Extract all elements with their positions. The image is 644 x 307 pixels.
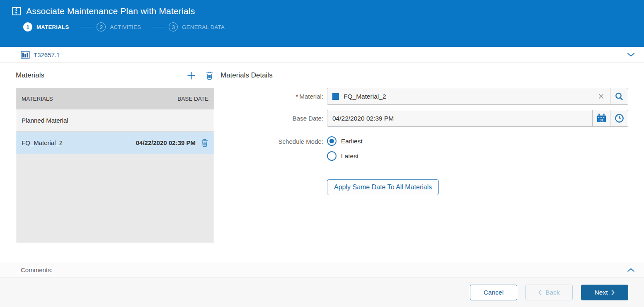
step-connector — [79, 27, 94, 27]
comments-section-toggle[interactable]: Comments: — [0, 262, 644, 278]
main-content: Materials — [0, 63, 644, 262]
calendar-icon[interactable]: 31 — [592, 110, 610, 126]
radio-latest-label[interactable]: Latest — [341, 152, 358, 160]
step-1-circle: 1 — [23, 22, 32, 31]
row-trash-icon[interactable] — [201, 139, 208, 147]
column-header-base-date: BASE DATE — [177, 96, 208, 102]
apply-same-date-button[interactable]: Apply Same Date To All Materials — [327, 179, 439, 195]
table-row-fq-material-2[interactable]: FQ_Material_2 04/22/2020 02:39 PM — [16, 132, 214, 154]
object-id-link[interactable]: T32657.1 — [34, 51, 60, 58]
wizard-footer: Cancel Back Next — [0, 278, 644, 307]
step-2-circle: 2 — [97, 22, 106, 31]
chevron-right-icon — [611, 290, 615, 295]
base-date-input[interactable]: 04/22/2020 02:39 PM 31 — [327, 110, 628, 127]
radio-earliest-label[interactable]: Earliest — [341, 138, 363, 145]
chevron-left-icon — [538, 290, 542, 295]
material-input[interactable]: FQ_Material_2 — [327, 88, 628, 105]
next-button[interactable]: Next — [581, 285, 628, 300]
add-material-button[interactable] — [187, 71, 196, 80]
required-marker: * — [296, 93, 298, 100]
materials-table: MATERIALS BASE DATE Planned Material FQ_… — [16, 88, 214, 243]
back-button: Back — [525, 285, 573, 300]
step-3-label: GENERAL DATA — [182, 24, 225, 30]
materials-table-header: MATERIALS BASE DATE — [16, 88, 214, 109]
radio-earliest[interactable]: Earliest — [327, 136, 628, 146]
materials-details-panel: Materials Details *Material: FQ_Material… — [220, 63, 628, 262]
table-row-planned-material[interactable]: Planned Material — [16, 109, 214, 132]
wizard-header: Associate Maintenance Plan with Material… — [0, 0, 644, 47]
delete-material-button[interactable] — [206, 71, 213, 80]
schedule-mode-label: Schedule Mode: — [220, 134, 323, 145]
material-label: *Material: — [220, 93, 323, 100]
material-swatch-icon — [332, 93, 339, 100]
chevron-up-icon[interactable] — [627, 268, 635, 272]
page-title: Associate Maintenance Plan with Material… — [26, 6, 195, 16]
comments-label: Comments: — [21, 266, 53, 273]
associate-plan-icon — [12, 6, 22, 16]
materials-list-panel: Materials — [16, 63, 214, 262]
cancel-button[interactable]: Cancel — [470, 285, 517, 300]
materials-details-title: Materials Details — [220, 71, 273, 80]
materials-list-title: Materials — [16, 71, 44, 80]
radio-latest[interactable]: Latest — [327, 151, 628, 161]
column-header-materials: MATERIALS — [22, 96, 53, 102]
base-date-label: Base Date: — [220, 115, 323, 122]
search-icon[interactable] — [610, 88, 628, 104]
step-2-label: ACTIVITIES — [110, 24, 141, 30]
step-activities[interactable]: 2 ACTIVITIES — [97, 22, 141, 31]
radio-latest-circle[interactable] — [327, 151, 337, 161]
svg-text:31: 31 — [599, 118, 603, 122]
back-button-label: Back — [545, 289, 559, 296]
plant-icon — [21, 51, 30, 59]
material-value: FQ_Material_2 — [339, 93, 386, 100]
step-general-data[interactable]: 3 GENERAL DATA — [169, 22, 225, 31]
row-base-date: 04/22/2020 02:39 PM — [136, 139, 196, 146]
step-connector — [151, 27, 166, 27]
clear-icon[interactable] — [592, 94, 610, 99]
base-date-value: 04/22/2020 02:39 PM — [327, 115, 394, 122]
object-header: T32657.1 — [0, 47, 644, 63]
next-button-label: Next — [595, 289, 608, 296]
clock-icon[interactable] — [610, 110, 628, 126]
chevron-down-icon[interactable] — [627, 53, 635, 57]
wizard-progress: 1 MATERIALS 2 ACTIVITIES 3 GENERAL DATA — [23, 22, 644, 31]
step-3-circle: 3 — [169, 22, 178, 31]
radio-earliest-circle[interactable] — [327, 136, 337, 146]
step-1-label: MATERIALS — [36, 24, 69, 30]
step-materials[interactable]: 1 MATERIALS — [23, 22, 69, 31]
